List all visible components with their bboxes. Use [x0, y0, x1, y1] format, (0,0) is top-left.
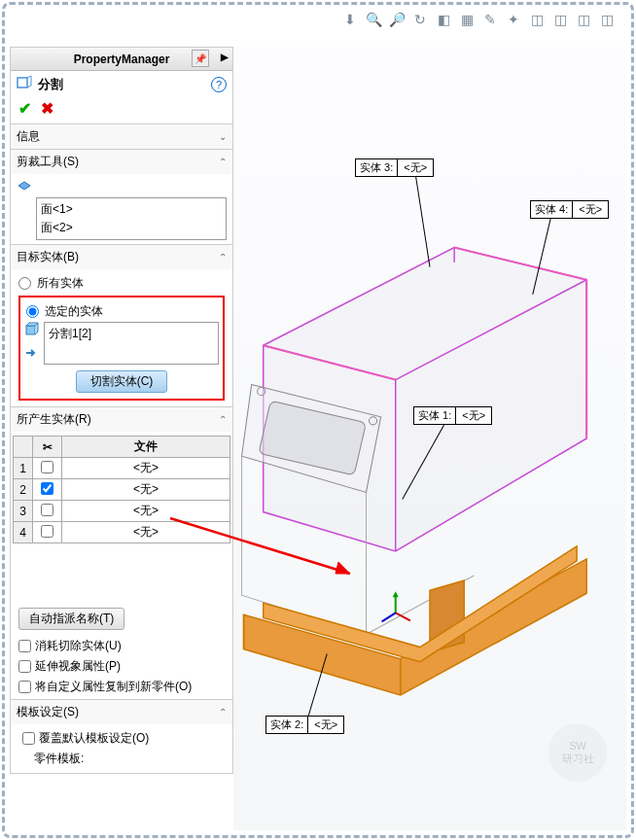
selected-bodies-list[interactable]: 分割1[2] [44, 322, 219, 365]
trim-tools-label: 剪裁工具(S) [17, 154, 79, 170]
propagate-visual-check[interactable]: 延伸视象属性(P) [13, 656, 230, 677]
chevron-up-icon: ⌃ [219, 252, 227, 262]
consume-cut-check[interactable]: 消耗切除实体(U) [13, 636, 230, 656]
auto-assign-button[interactable]: 自动指派名称(T) [18, 608, 124, 630]
cube2-icon[interactable]: ◫ [550, 10, 570, 29]
svg-line-12 [415, 172, 430, 267]
face-item[interactable]: 面<1> [39, 200, 224, 219]
ok-button[interactable]: ✔ [18, 99, 31, 118]
svg-marker-11 [393, 591, 399, 597]
table-row[interactable]: 2<无> [14, 479, 230, 501]
callout-body2[interactable]: 实体 2: <无> [265, 716, 344, 734]
section-icon[interactable]: ◧ [434, 10, 453, 29]
body-icon [24, 322, 42, 341]
pin-icon[interactable]: 📌 [192, 50, 209, 67]
view-icon[interactable]: ⬇ [340, 10, 360, 29]
help-icon[interactable]: ? [211, 77, 227, 92]
svg-marker-17 [336, 562, 350, 574]
appearance-icon[interactable]: ✎ [480, 10, 500, 29]
trim-faces-list[interactable]: 面<1> 面<2> [36, 197, 227, 240]
svg-rect-0 [18, 78, 27, 88]
info-section-header[interactable]: 信息 ⌄ [11, 124, 232, 149]
chevron-down-icon: ⌄ [219, 131, 227, 142]
pm-header: PropertyManager 📌 ▶ [11, 48, 232, 71]
chevron-up-icon: ⌃ [219, 157, 227, 167]
display-icon[interactable]: ▦ [457, 10, 477, 29]
cut-bodies-button[interactable]: 切割实体(C) [76, 370, 168, 393]
template-label: 模板设定(S) [17, 704, 79, 720]
callout-body3[interactable]: 实体 3: <无> [355, 158, 434, 177]
resulting-bodies-label: 所产生实体(R) [17, 411, 91, 428]
trim-tools-header[interactable]: 剪裁工具(S) ⌃ [11, 150, 232, 174]
selected-bodies-input[interactable] [26, 305, 39, 318]
face-icon [17, 178, 36, 197]
template-header[interactable]: 模板设定(S) ⌃ [11, 700, 232, 724]
watermark: SW研习社 [548, 723, 607, 782]
svg-rect-4 [26, 326, 35, 334]
arrow-icon [24, 345, 42, 365]
copy-custom-check[interactable]: 将自定义属性复制到新零件(O) [13, 677, 230, 697]
3d-viewport[interactable]: 实体 3: <无> 实体 4: <无> 实体 1: <无> 实体 2: <无> … [233, 47, 626, 830]
scene-icon[interactable]: ✦ [504, 10, 523, 29]
cube3-icon[interactable]: ◫ [574, 10, 593, 29]
svg-line-1 [27, 76, 31, 78]
callout-body1[interactable]: 实体 1: <无> [413, 406, 492, 425]
rotate-icon[interactable]: ↻ [410, 10, 430, 29]
cancel-button[interactable]: ✖ [41, 99, 53, 118]
target-bodies-header[interactable]: 目标实体(B) ⌃ [11, 245, 232, 269]
highlighted-selection: 选定的实体 分割1[2] 切割实体(C) [18, 296, 225, 401]
selected-item[interactable]: 分割1[2] [47, 325, 216, 343]
target-bodies-label: 目标实体(B) [17, 249, 79, 265]
row-check[interactable] [41, 504, 53, 516]
col-file: 文件 [62, 437, 230, 458]
col-index [14, 437, 33, 458]
table-row[interactable]: 1<无> [14, 458, 230, 479]
row-check[interactable] [41, 482, 53, 495]
cube4-icon[interactable]: ◫ [597, 10, 617, 29]
info-label: 信息 [17, 128, 40, 145]
all-bodies-label: 所有实体 [37, 275, 84, 292]
scissors-icon: ✂ [43, 440, 53, 454]
zoom-icon[interactable]: 🔍 [364, 10, 383, 29]
all-bodies-input[interactable] [18, 277, 31, 290]
selected-bodies-label: 选定的实体 [45, 303, 103, 320]
cube1-icon[interactable]: ◫ [527, 10, 547, 29]
selected-bodies-radio[interactable]: 选定的实体 [24, 301, 219, 322]
face-item[interactable]: 面<2> [39, 219, 224, 237]
callout-body4[interactable]: 实体 4: <无> [530, 200, 609, 219]
svg-line-10 [382, 612, 396, 621]
feature-title: 分割 [38, 76, 63, 93]
row-check[interactable] [41, 525, 53, 538]
all-bodies-radio[interactable]: 所有实体 [17, 273, 227, 294]
col-check[interactable]: ✂ [33, 437, 62, 458]
expand-icon[interactable]: ▶ [221, 52, 229, 62]
pm-title: PropertyManager [74, 52, 170, 66]
svg-line-16 [170, 518, 350, 574]
row-check[interactable] [41, 461, 53, 473]
part-template-label: 零件模板: [17, 749, 227, 769]
split-icon [17, 75, 32, 93]
override-template-check[interactable]: 覆盖默认模板设定(O) [17, 728, 227, 749]
chevron-up-icon: ⌃ [219, 707, 227, 718]
zoom-fit-icon[interactable]: 🔎 [387, 10, 406, 29]
resulting-bodies-header[interactable]: 所产生实体(R) ⌃ [11, 407, 232, 432]
chevron-up-icon: ⌃ [219, 414, 227, 425]
property-manager-panel: PropertyManager 📌 ▶ 分割 ? ✔ ✖ 信息 ⌄ 剪裁工具(S… [10, 47, 233, 774]
